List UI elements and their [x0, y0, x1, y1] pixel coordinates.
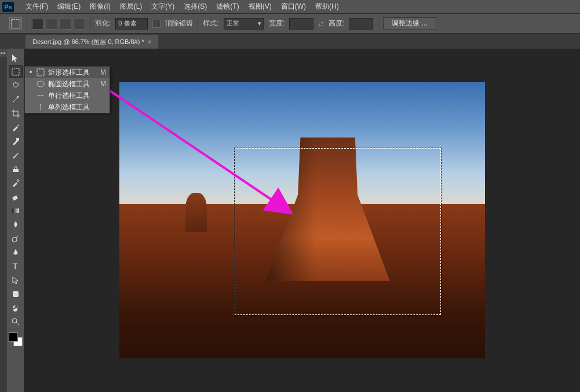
foreground-color-swatch[interactable]: [9, 332, 18, 342]
flyout-ellipse-marquee[interactable]: 椭圆选框工具 M: [25, 78, 110, 90]
divider: [378, 17, 378, 31]
dodge-tool[interactable]: [9, 232, 23, 245]
svg-point-4: [17, 179, 19, 182]
move-tool[interactable]: [9, 52, 23, 64]
menu-help[interactable]: 帮助(H): [311, 2, 344, 12]
col-marquee-icon: [37, 103, 45, 111]
flyout-col-marquee[interactable]: 单列选框工具: [25, 101, 110, 113]
selection-marquee[interactable]: [234, 148, 442, 316]
type-tool[interactable]: T: [9, 260, 23, 273]
ellipse-marquee-icon: [37, 80, 45, 88]
eraser-tool[interactable]: [9, 190, 23, 203]
svg-point-12: [37, 81, 44, 87]
height-label: 高度:: [329, 19, 344, 28]
menu-image[interactable]: 图像(I): [85, 2, 115, 12]
lasso-tool[interactable]: [9, 79, 23, 92]
feather-label: 羽化:: [95, 19, 111, 28]
marquee-tool-flyout: • 矩形选框工具 M 椭圆选框工具 M 单行选框工具 单列选框工具: [24, 66, 110, 113]
svg-rect-1: [12, 68, 19, 75]
swap-icon[interactable]: ⇄: [318, 20, 324, 28]
flyout-shortcut: M: [100, 80, 106, 88]
svg-rect-3: [13, 169, 19, 172]
tool-preset-icon[interactable]: [9, 17, 22, 30]
bullet-icon: •: [28, 68, 33, 76]
pen-tool[interactable]: [9, 246, 23, 259]
flyout-label: 椭圆选框工具: [48, 79, 97, 89]
chevron-down-icon: ▾: [258, 20, 261, 27]
menu-select[interactable]: 选择(S): [179, 2, 211, 12]
flyout-rect-marquee[interactable]: • 矩形选框工具 M: [25, 67, 110, 78]
svg-rect-11: [37, 69, 44, 76]
antialias-checkbox[interactable]: [152, 20, 160, 28]
gradient-tool[interactable]: [9, 204, 23, 217]
brush-tool[interactable]: [9, 149, 23, 162]
history-brush-tool[interactable]: [9, 177, 23, 189]
flyout-shortcut: M: [100, 68, 106, 76]
svg-point-7: [12, 237, 17, 242]
svg-rect-0: [12, 19, 20, 28]
tab-title: Desert.jpg @ 66.7% (图层 0, RGB/8#) *: [32, 38, 144, 46]
document-tabbar: Desert.jpg @ 66.7% (图层 0, RGB/8#) * ×: [0, 34, 580, 49]
menu-layer[interactable]: 图层(L): [115, 2, 147, 12]
svg-rect-2: [16, 138, 19, 141]
hand-tool[interactable]: [9, 302, 23, 314]
svg-rect-9: [13, 291, 19, 297]
style-dropdown[interactable]: 正常 ▾: [224, 18, 264, 30]
color-swatch[interactable]: [9, 332, 23, 346]
divider: [27, 17, 27, 31]
path-selection-tool[interactable]: [9, 274, 23, 287]
blur-tool[interactable]: [9, 218, 23, 231]
svg-rect-6: [12, 208, 19, 213]
selection-intersect-icon[interactable]: [74, 18, 85, 30]
svg-rect-5: [12, 196, 18, 201]
style-value: 正常: [227, 19, 239, 28]
menu-type[interactable]: 文字(Y): [147, 2, 179, 12]
antialias-label: 消除锯齿: [165, 19, 193, 28]
menu-file[interactable]: 文件(F): [21, 2, 53, 12]
refine-edge-button[interactable]: 调整边缘 ...: [383, 17, 436, 30]
toolbar: T: [7, 49, 24, 392]
flyout-label: 单行选框工具: [48, 91, 103, 101]
selection-new-icon[interactable]: [32, 18, 43, 30]
menu-window[interactable]: 窗口(W): [276, 2, 311, 12]
options-bar: 羽化: 消除锯齿 样式: 正常 ▾ 宽度: ⇄ 高度: 调整边缘 ...: [0, 14, 580, 34]
document-tab[interactable]: Desert.jpg @ 66.7% (图层 0, RGB/8#) * ×: [25, 35, 158, 49]
zoom-tool[interactable]: [9, 316, 23, 328]
svg-text:T: T: [13, 262, 18, 271]
clone-stamp-tool[interactable]: [9, 163, 23, 175]
image-butte-small: [185, 193, 207, 232]
app-logo: Ps: [2, 2, 14, 12]
flyout-label: 单列选框工具: [48, 102, 103, 112]
magic-wand-tool[interactable]: [9, 93, 23, 106]
divider: [90, 17, 90, 31]
rect-marquee-icon: [37, 68, 45, 76]
selection-add-icon[interactable]: [46, 18, 57, 30]
selection-mode-group: [32, 18, 85, 30]
menu-view[interactable]: 视图(V): [244, 2, 276, 12]
panel-expand-icon[interactable]: ▸▸: [0, 49, 7, 57]
shape-tool[interactable]: [9, 288, 23, 301]
menu-edit[interactable]: 编辑(E): [53, 2, 85, 12]
width-label: 宽度:: [269, 19, 284, 28]
menu-filter[interactable]: 滤镜(T): [211, 2, 243, 12]
height-input[interactable]: [349, 18, 373, 30]
document-canvas[interactable]: [119, 82, 485, 358]
flyout-row-marquee[interactable]: 单行选框工具: [25, 90, 110, 101]
eyedropper-tool[interactable]: [9, 121, 23, 134]
marquee-tool[interactable]: [9, 65, 23, 78]
width-input[interactable]: [289, 18, 313, 30]
divider: [198, 17, 198, 31]
crop-tool[interactable]: [9, 107, 23, 120]
svg-point-10: [12, 318, 17, 323]
row-marquee-icon: [37, 91, 45, 100]
healing-brush-tool[interactable]: [9, 135, 23, 148]
style-label: 样式:: [203, 19, 218, 28]
left-gutter: [0, 49, 7, 392]
selection-subtract-icon[interactable]: [60, 18, 71, 30]
flyout-label: 矩形选框工具: [48, 68, 97, 78]
close-icon[interactable]: ×: [148, 38, 151, 45]
menubar: Ps 文件(F) 编辑(E) 图像(I) 图层(L) 文字(Y) 选择(S) 滤…: [0, 0, 580, 14]
feather-input[interactable]: [115, 18, 148, 30]
